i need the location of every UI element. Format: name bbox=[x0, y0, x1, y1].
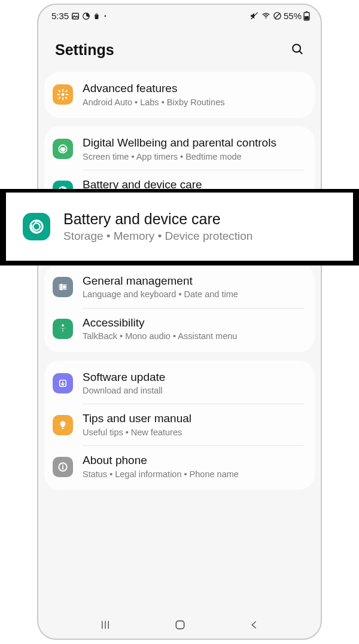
settings-group: Advanced features Android Auto • Labs • … bbox=[44, 72, 315, 118]
battery-percent: 55% bbox=[284, 11, 302, 21]
item-subtitle: Download and install bbox=[83, 385, 304, 396]
settings-group: General management Language and keyboard… bbox=[44, 264, 315, 352]
svg-rect-8 bbox=[305, 16, 309, 20]
svg-point-23 bbox=[60, 288, 62, 290]
settings-item-accessibility[interactable]: Accessibility TalkBack • Mono audio • As… bbox=[44, 309, 315, 350]
settings-item-general[interactable]: General management Language and keyboard… bbox=[44, 267, 315, 308]
svg-line-5 bbox=[275, 13, 279, 18]
bag-icon bbox=[93, 12, 101, 20]
item-subtitle: TalkBack • Mono audio • Assistant menu bbox=[83, 331, 304, 341]
item-title: Advanced features bbox=[83, 82, 304, 96]
about-icon bbox=[53, 457, 73, 477]
search-button[interactable] bbox=[291, 42, 304, 58]
svg-point-21 bbox=[60, 284, 62, 286]
item-title: Tips and user manual bbox=[83, 412, 304, 426]
svg-point-35 bbox=[33, 223, 40, 230]
tips-icon bbox=[53, 415, 73, 435]
software-update-icon bbox=[53, 373, 73, 393]
settings-header: Settings bbox=[38, 23, 321, 72]
item-subtitle: Android Auto • Labs • Bixby Routines bbox=[83, 97, 304, 108]
item-title: Digital Wellbeing and parental controls bbox=[83, 136, 304, 150]
more-dot: • bbox=[104, 13, 106, 19]
svg-rect-0 bbox=[72, 13, 79, 19]
settings-list[interactable]: Advanced features Android Auto • Labs • … bbox=[38, 72, 321, 490]
item-title: About phone bbox=[83, 454, 304, 468]
advanced-icon bbox=[53, 84, 73, 105]
page-title: Settings bbox=[55, 41, 114, 59]
pie-icon bbox=[82, 12, 90, 20]
item-subtitle: Useful tips • New features bbox=[83, 427, 304, 438]
item-subtitle: Language and keyboard • Date and time bbox=[83, 289, 304, 300]
svg-rect-7 bbox=[306, 11, 308, 13]
callout-title: Battery and device care bbox=[63, 210, 252, 228]
item-subtitle: Status • Legal information • Phone name bbox=[83, 469, 304, 480]
phone-frame: 5:35 • 55% bbox=[37, 4, 322, 640]
battery-icon bbox=[303, 11, 310, 21]
svg-point-3 bbox=[266, 18, 267, 19]
item-subtitle: Screen time • App timers • Bedtime mode bbox=[83, 151, 304, 162]
no-data-icon bbox=[273, 11, 282, 20]
callout-subtitle: Storage • Memory • Device protection bbox=[63, 230, 252, 243]
wellbeing-icon bbox=[53, 139, 73, 159]
settings-item-software[interactable]: Software update Download and install bbox=[44, 363, 315, 404]
item-title: Software update bbox=[83, 371, 304, 384]
svg-point-22 bbox=[63, 286, 65, 288]
image-indicator-icon bbox=[71, 12, 80, 20]
mute-icon bbox=[250, 11, 259, 20]
settings-item-wellbeing[interactable]: Digital Wellbeing and parental controls … bbox=[44, 129, 315, 170]
svg-rect-26 bbox=[62, 428, 64, 429]
device-care-icon bbox=[23, 213, 50, 240]
navigation-bar bbox=[38, 611, 321, 639]
svg-point-9 bbox=[293, 44, 300, 52]
nav-home[interactable] bbox=[174, 619, 186, 631]
svg-rect-33 bbox=[176, 621, 184, 628]
settings-group: Software update Download and install Tip… bbox=[44, 361, 315, 490]
settings-item-tips[interactable]: Tips and user manual Useful tips • New f… bbox=[44, 404, 315, 445]
highlighted-battery-care[interactable]: Battery and device care Storage • Memory… bbox=[6, 193, 353, 261]
item-title: Accessibility bbox=[83, 316, 304, 330]
svg-point-29 bbox=[62, 464, 63, 465]
svg-point-11 bbox=[62, 93, 65, 96]
settings-item-advanced[interactable]: Advanced features Android Auto • Labs • … bbox=[44, 74, 315, 115]
status-time: 5:35 bbox=[51, 11, 69, 21]
svg-line-10 bbox=[300, 51, 303, 54]
svg-point-24 bbox=[62, 324, 64, 326]
wifi-icon bbox=[261, 11, 271, 20]
settings-item-about[interactable]: About phone Status • Legal information •… bbox=[44, 446, 315, 487]
status-bar: 5:35 • 55% bbox=[38, 5, 321, 23]
nav-back[interactable] bbox=[249, 619, 260, 631]
accessibility-icon bbox=[53, 319, 73, 339]
general-icon bbox=[53, 277, 73, 297]
nav-recents[interactable] bbox=[99, 619, 111, 630]
item-title: General management bbox=[83, 274, 304, 288]
